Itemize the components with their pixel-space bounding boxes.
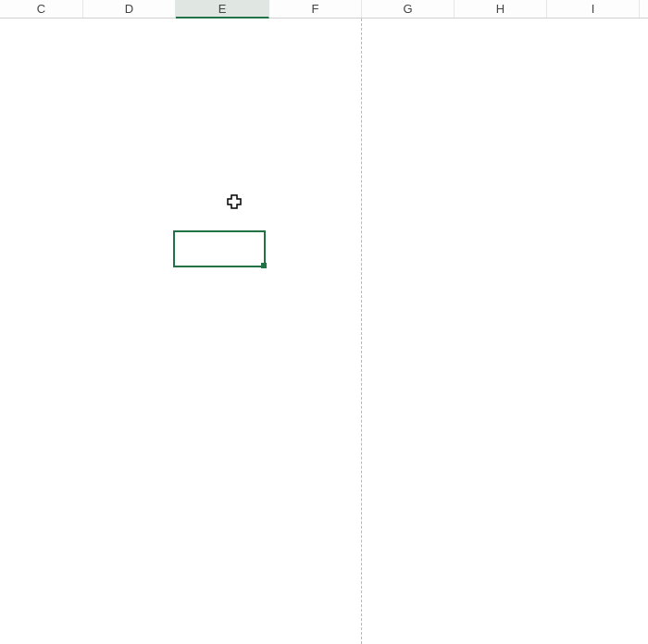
column-header-E[interactable]: E [176,0,269,19]
column-header-label: F [312,2,319,16]
column-header-H[interactable]: H [455,0,547,18]
column-header-D[interactable]: D [83,0,176,18]
column-header-label: I [592,2,595,16]
cell-cursor-icon [227,194,242,209]
spreadsheet-grid[interactable] [0,19,648,644]
column-header-label: H [496,2,505,16]
column-header-label: D [125,2,133,16]
selected-cell[interactable] [173,230,266,267]
column-header-row: C D E F G H I [0,0,648,19]
column-header-I[interactable]: I [547,0,640,18]
column-header-label: C [37,2,45,16]
column-header-C[interactable]: C [0,0,83,18]
column-header-F[interactable]: F [269,0,362,18]
fill-handle[interactable] [261,263,267,268]
column-header-label: E [218,2,227,16]
column-header-label: G [403,2,412,16]
column-header-G[interactable]: G [362,0,455,18]
page-break-line [361,19,362,644]
